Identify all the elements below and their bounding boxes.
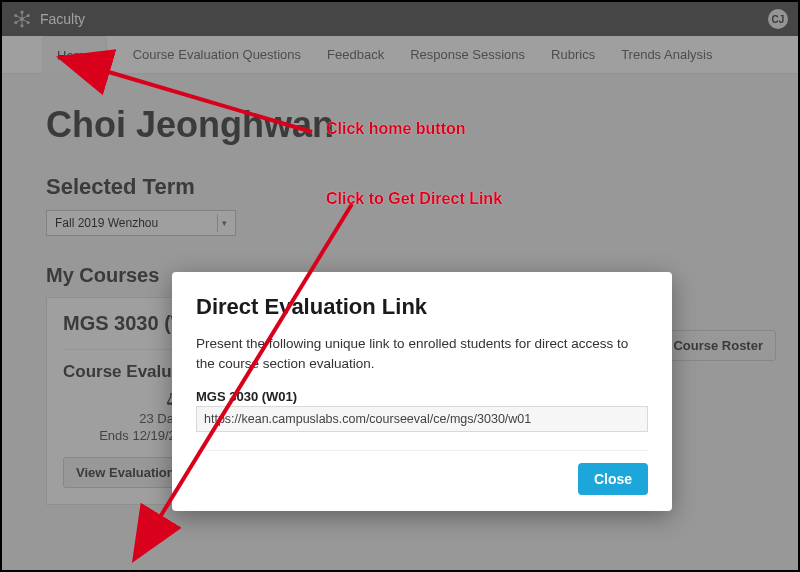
direct-link-input[interactable] (196, 406, 648, 432)
modal-title: Direct Evaluation Link (196, 294, 648, 320)
close-button[interactable]: Close (578, 463, 648, 495)
direct-link-modal: Direct Evaluation Link Present the follo… (172, 272, 672, 511)
modal-footer: Close (196, 450, 648, 495)
modal-body: Present the following unique link to enr… (196, 334, 648, 373)
modal-course-label: MGS 3030 (W01) (196, 389, 648, 404)
